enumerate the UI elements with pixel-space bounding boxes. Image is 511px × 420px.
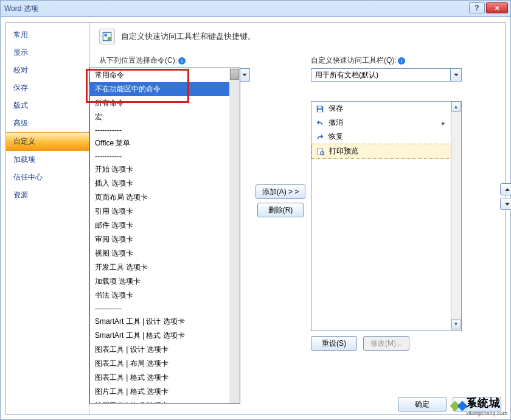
qat-list[interactable]: 保存撤消▸恢复打印预览 ▲ ▼ xyxy=(311,101,462,331)
dropdown-item[interactable]: ----------- xyxy=(90,150,240,163)
dropdown-item[interactable]: 图表工具 | 格式 选项卡 xyxy=(90,371,240,385)
move-up-button[interactable] xyxy=(500,183,511,195)
dropdown-item[interactable]: 图片工具 | 格式 选项卡 xyxy=(90,385,240,399)
scrollbar[interactable] xyxy=(229,68,240,403)
move-down-button[interactable] xyxy=(500,198,511,210)
dropdown-item[interactable]: SmartArt 工具 | 格式 选项卡 xyxy=(90,329,240,343)
svg-rect-1 xyxy=(105,34,108,37)
qat-item[interactable]: 保存 xyxy=(311,102,461,116)
commands-dropdown[interactable]: 常用命令不在功能区中的命令所有命令宏-----------Office 菜单--… xyxy=(89,68,240,404)
titlebar: Word 选项 xyxy=(0,0,511,17)
dropdown-item[interactable]: SmartArt 工具 | 设计 选项卡 xyxy=(90,315,240,329)
dropdown-item[interactable]: ----------- xyxy=(90,303,240,315)
scrollbar[interactable]: ▲ ▼ xyxy=(451,102,461,331)
qat-item[interactable]: 恢复 xyxy=(311,130,461,144)
chevron-down-icon[interactable] xyxy=(450,69,461,81)
dropdown-item[interactable]: 开始 选项卡 xyxy=(90,163,240,177)
dropdown-item[interactable]: ----------- xyxy=(90,124,240,136)
help-button[interactable] xyxy=(469,2,485,13)
dropdown-item[interactable]: 不在功能区中的命令 xyxy=(90,82,240,96)
dropdown-item[interactable]: Office 菜单 xyxy=(90,136,240,150)
sidebar-item-9[interactable]: 资源 xyxy=(6,186,89,204)
dropdown-item[interactable]: 图表工具 | 布局 选项卡 xyxy=(90,357,240,371)
header-text: 自定义快速访问工具栏和键盘快捷键。 xyxy=(121,31,255,42)
scroll-up-button[interactable]: ▲ xyxy=(451,102,461,112)
dropdown-item[interactable]: 审阅 选项卡 xyxy=(90,233,240,247)
sidebar-item-5[interactable]: 高级 xyxy=(6,114,89,132)
info-icon[interactable]: i xyxy=(178,57,186,65)
sidebar: 常用显示校对保存版式高级自定义加载项信任中心资源 xyxy=(5,22,89,415)
dropdown-item[interactable]: 视图 选项卡 xyxy=(90,247,240,261)
sidebar-item-7[interactable]: 加载项 xyxy=(6,151,89,169)
sidebar-item-8[interactable]: 信任中心 xyxy=(6,169,89,186)
undo-icon xyxy=(315,118,325,128)
dropdown-item[interactable]: 引用 选项卡 xyxy=(90,205,240,219)
modify-button: 修改(M)... xyxy=(363,336,409,351)
dialog-frame: 常用显示校对保存版式高级自定义加载项信任中心资源 自定义快速访问工具栏和键盘快捷… xyxy=(0,17,511,420)
choose-commands-label: 从下列位置选择命令(C):i xyxy=(99,55,250,66)
redo-icon xyxy=(315,132,325,142)
svg-rect-3 xyxy=(318,106,322,108)
dropdown-item[interactable]: 宏 xyxy=(90,110,240,124)
svg-line-7 xyxy=(323,154,324,155)
chevron-right-icon: ▸ xyxy=(442,119,445,127)
dropdown-item[interactable]: 加载项 选项卡 xyxy=(90,275,240,289)
qat-item[interactable]: 打印预览 xyxy=(311,144,461,159)
sidebar-item-2[interactable]: 校对 xyxy=(6,61,89,79)
qat-label: 自定义快速访问工具栏(Q):i xyxy=(311,55,495,66)
info-icon[interactable]: i xyxy=(398,57,405,65)
svg-rect-4 xyxy=(318,109,322,111)
customize-icon xyxy=(99,29,115,44)
qat-scope-combo[interactable]: 用于所有文档(默认) xyxy=(311,68,462,82)
sidebar-item-3[interactable]: 保存 xyxy=(6,79,89,97)
sidebar-item-1[interactable]: 显示 xyxy=(6,44,89,61)
dropdown-item[interactable]: 页面布局 选项卡 xyxy=(90,191,240,205)
dropdown-item[interactable]: 插入 选项卡 xyxy=(90,177,240,191)
svg-point-2 xyxy=(108,37,111,41)
reset-button[interactable]: 重设(S) xyxy=(311,336,357,351)
dropdown-item[interactable]: 常用命令 xyxy=(90,68,240,82)
dropdown-item[interactable]: 图表工具 | 设计 选项卡 xyxy=(90,343,240,357)
dropdown-item[interactable]: 书法 选项卡 xyxy=(90,289,240,303)
window-title: Word 选项 xyxy=(4,4,38,14)
dropdown-item[interactable]: 邮件 选项卡 xyxy=(90,219,240,233)
content-panel: 自定义快速访问工具栏和键盘快捷键。 从下列位置选择命令(C):i 常用命令 添加… xyxy=(89,22,506,415)
sidebar-item-0[interactable]: 常用 xyxy=(6,26,89,44)
dropdown-item[interactable]: 绘图工具 | 格式 选项卡 xyxy=(90,399,240,404)
watermark: 系统城 xitongcheng.com xyxy=(451,396,507,416)
dropdown-item[interactable]: 开发工具 选项卡 xyxy=(90,261,240,275)
ok-button[interactable]: 确定 xyxy=(398,397,447,411)
dropdown-item[interactable]: 所有命令 xyxy=(90,96,240,110)
print-preview-icon xyxy=(316,147,325,156)
sidebar-item-6[interactable]: 自定义 xyxy=(6,132,89,151)
add-button[interactable]: 添加(A) > > xyxy=(255,184,306,199)
sidebar-item-4[interactable]: 版式 xyxy=(6,97,89,114)
qat-item[interactable]: 撤消▸ xyxy=(311,116,461,130)
scroll-down-button[interactable]: ▼ xyxy=(451,319,461,329)
close-button[interactable] xyxy=(486,2,508,13)
save-icon xyxy=(315,104,325,114)
remove-button[interactable]: 删除(R) xyxy=(257,203,304,217)
